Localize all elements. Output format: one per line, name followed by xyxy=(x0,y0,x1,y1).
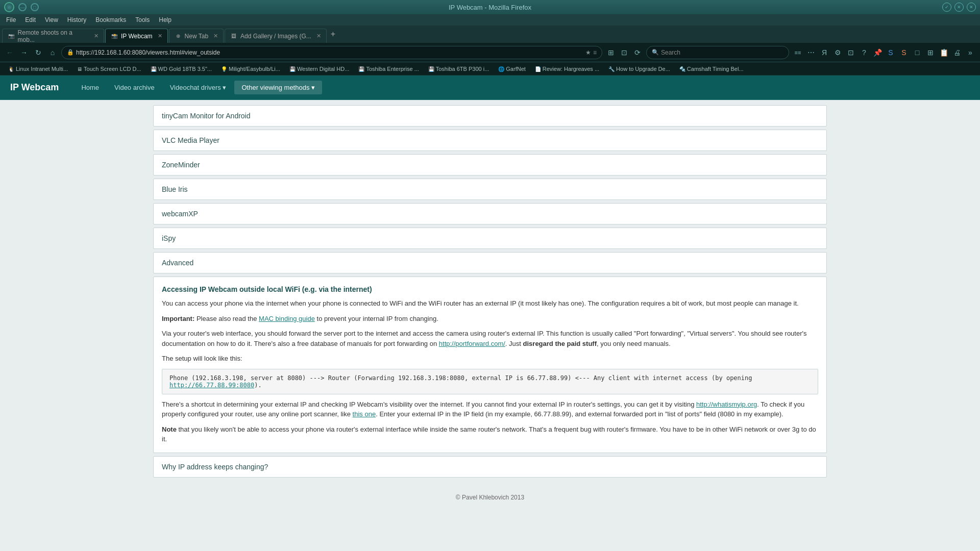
menu-help[interactable]: Help xyxy=(155,15,176,24)
code-link[interactable]: http://66.77.88.99:8080 xyxy=(169,382,254,389)
icon-3[interactable]: Я xyxy=(819,47,830,58)
bookmark-toshiba-6tb[interactable]: 💾Toshiba 6TB P300 i... xyxy=(424,65,494,73)
important-text-2: to prevent your internal IP from changin… xyxy=(317,315,438,322)
tab-close-ipwebcam[interactable]: ✕ xyxy=(158,33,162,39)
forward-button[interactable]: → xyxy=(18,47,30,58)
bookmark-milight[interactable]: 💡Milight/Easybulb/Li... xyxy=(217,65,284,73)
bookmark-linux[interactable]: 🐧Linux Intranet Multi... xyxy=(4,65,72,73)
tab-ipwebcam[interactable]: 📸 IP Webcam ✕ xyxy=(105,29,168,43)
section-ispy[interactable]: iSpy xyxy=(153,228,827,249)
menu-edit[interactable]: Edit xyxy=(21,15,40,24)
disregard-label: disregard the paid stuff xyxy=(523,340,597,347)
icon-1[interactable]: ≡≡ xyxy=(792,47,803,58)
search-box[interactable]: 🔍 Search xyxy=(646,46,789,59)
note-label: Note xyxy=(162,425,177,433)
nav-videochat[interactable]: Videochat drivers xyxy=(163,81,234,94)
icon-11[interactable]: ⊞ xyxy=(925,47,936,58)
section-blueiris[interactable]: Blue Iris xyxy=(153,179,827,200)
close-btn[interactable]: ✕ xyxy=(954,3,964,12)
bookmark-toshiba-ent[interactable]: 💾Toshiba Enterprise ... xyxy=(354,65,423,73)
bookmark-upgrade[interactable]: 🔧How to Upgrade De... xyxy=(604,65,674,73)
tab-label-remote: Remote shoots on a mob... xyxy=(18,29,89,43)
tab-remote[interactable]: 📷 Remote shoots on a mob... ✕ xyxy=(2,29,104,43)
icon-10[interactable]: □ xyxy=(912,47,923,58)
new-tab-button[interactable]: + xyxy=(328,30,338,39)
portforward-link[interactable]: http://portforward.com/ xyxy=(439,340,505,347)
bookmark-camshaft[interactable]: 🔩Camshaft Timing Bel... xyxy=(675,65,748,73)
icon-9[interactable]: S xyxy=(898,47,910,58)
icon-2[interactable]: ⋯ xyxy=(805,47,817,58)
sync-icon[interactable]: ⟳ xyxy=(632,47,643,58)
bookmark-favicon-upgrade: 🔧 xyxy=(608,66,615,72)
refresh-button[interactable]: ↻ xyxy=(33,47,44,58)
mac-binding-link[interactable]: MAC binding guide xyxy=(259,315,315,322)
tab-gallery[interactable]: 🖼 Add Gallery / Images (G... ✕ xyxy=(225,29,327,43)
section-advanced[interactable]: Advanced xyxy=(153,252,827,273)
nav-other-methods[interactable]: Other viewing methods xyxy=(234,81,322,94)
bookmark-review[interactable]: 📄Review: Hargreaves ... xyxy=(531,65,603,73)
downloads-icon[interactable]: ⊞ xyxy=(605,47,617,58)
pocket-icon[interactable]: ⊡ xyxy=(619,47,630,58)
icon-4[interactable]: ⚙ xyxy=(832,47,843,58)
code-text: Phone (192.168.3.198, server at 8080) --… xyxy=(169,374,752,382)
minimize-icon[interactable]: — xyxy=(18,3,27,11)
bookmark-star-icon[interactable]: ★ xyxy=(585,49,591,56)
icon-12[interactable]: 📋 xyxy=(938,47,949,58)
back-button[interactable]: ← xyxy=(4,47,15,58)
toolbar-right-icons: ≡≡ ⋯ Я ⚙ ⊡ ? 📌 S S □ ⊞ 📋 🖨 » xyxy=(792,47,976,58)
nav-home[interactable]: Home xyxy=(74,81,106,94)
icon-7[interactable]: 📌 xyxy=(872,47,883,58)
whatismyip-link[interactable]: http://whatismyip.org xyxy=(696,400,757,408)
this-one-link[interactable]: this one xyxy=(353,410,376,418)
section-vlc[interactable]: VLC Media Player xyxy=(153,130,827,151)
bookmark-western[interactable]: 💾Western Digital HD... xyxy=(285,65,354,73)
more-icon[interactable]: » xyxy=(965,47,976,58)
bookmark-wd[interactable]: 💾WD Gold 18TB 3.5"... xyxy=(146,65,216,73)
tab-close-remote[interactable]: ✕ xyxy=(94,33,99,39)
icon-6[interactable]: ? xyxy=(859,47,870,58)
reader-icon[interactable]: ≡ xyxy=(593,49,597,56)
address-box[interactable]: 🔒 https://192.168.1.60:8080/viewers.html… xyxy=(61,46,602,59)
icon-8[interactable]: S xyxy=(885,47,896,58)
section-zoneminder[interactable]: ZoneMinder xyxy=(153,154,827,176)
section-tinycam[interactable]: tinyCam Monitor for Android xyxy=(153,105,827,127)
menu-tools[interactable]: Tools xyxy=(131,15,154,24)
bookmark-favicon-wd: 💾 xyxy=(151,66,157,72)
menu-view[interactable]: View xyxy=(41,15,62,24)
page-nav: Home Video archive Videochat drivers Oth… xyxy=(74,81,322,94)
important-text: Please also read the xyxy=(197,315,259,322)
icon-13[interactable]: 🖨 xyxy=(951,47,963,58)
menubar: File Edit View History Bookmarks Tools H… xyxy=(0,14,980,26)
important-label: Important: xyxy=(162,315,194,322)
tab-favicon-ipwebcam: 📸 xyxy=(111,33,118,40)
tab-favicon-newtab: ⊕ xyxy=(175,33,182,40)
bookmarksbar: 🐧Linux Intranet Multi... 🖥Touch Screen L… xyxy=(0,62,980,76)
firefox-icon: ○ xyxy=(4,2,14,12)
titlebar-left: ○ — □ xyxy=(4,2,39,12)
bookmark-touchscreen[interactable]: 🖥Touch Screen LCD D... xyxy=(73,65,145,73)
home-button[interactable]: ⌂ xyxy=(47,47,58,58)
tab-label-gallery: Add Gallery / Images (G... xyxy=(240,33,311,40)
maximize-icon[interactable]: □ xyxy=(31,3,39,11)
section-why-ip[interactable]: Why IP address keeps changing? xyxy=(153,456,827,478)
tab-close-newtab[interactable]: ✕ xyxy=(213,33,218,39)
nav-video-archive[interactable]: Video archive xyxy=(107,81,162,94)
tab-newtab[interactable]: ⊕ New Tab ✕ xyxy=(169,29,224,43)
toolbar-icons: ⊞ ⊡ ⟳ xyxy=(605,47,643,58)
code-end: ). xyxy=(254,382,261,389)
info-para-2: Via your router's web interface, you sho… xyxy=(162,329,818,348)
section-webcamxp[interactable]: webcamXP xyxy=(153,203,827,224)
tab-favicon-remote: 📷 xyxy=(8,33,15,40)
extra-btn[interactable]: ✕ xyxy=(967,3,976,12)
menu-file[interactable]: File xyxy=(2,15,20,24)
bookmark-favicon-toshiba-ent: 💾 xyxy=(358,66,364,72)
secure-icon: 🔒 xyxy=(67,49,74,56)
tab-close-gallery[interactable]: ✕ xyxy=(316,33,321,39)
bookmark-favicon-western: 💾 xyxy=(289,66,296,72)
menu-history[interactable]: History xyxy=(63,15,90,24)
check-btn[interactable]: ✓ xyxy=(942,3,951,12)
menu-bookmarks[interactable]: Bookmarks xyxy=(91,15,130,24)
icon-5[interactable]: ⊡ xyxy=(845,47,856,58)
page-body: tinyCam Monitor for Android VLC Media Pl… xyxy=(0,100,980,551)
bookmark-garfnet[interactable]: 🌐GarfNet xyxy=(494,65,530,73)
